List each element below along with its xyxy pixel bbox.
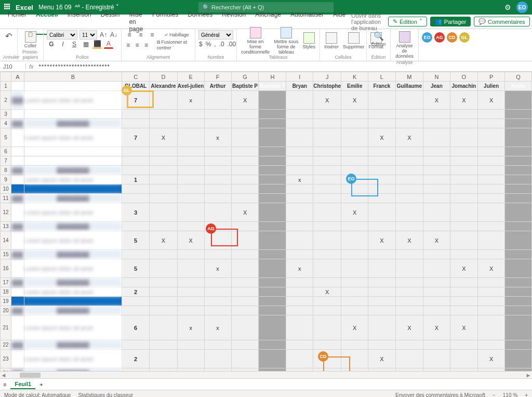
- cell[interactable]: [259, 175, 286, 184]
- table-header[interactable]: Arthur: [204, 82, 231, 91]
- tabs-menu-icon[interactable]: ≡: [3, 381, 6, 388]
- cell[interactable]: [313, 110, 341, 119]
- cell[interactable]: ███: [11, 194, 24, 203]
- cell[interactable]: [368, 119, 395, 128]
- cell[interactable]: [259, 315, 286, 340]
- cell[interactable]: [286, 315, 313, 340]
- cell[interactable]: [11, 175, 24, 184]
- row-header-15[interactable]: 15: [1, 250, 11, 259]
- cell[interactable]: [505, 203, 532, 222]
- cell[interactable]: [177, 156, 204, 166]
- cell[interactable]: [478, 315, 505, 340]
- shrink-font-icon[interactable]: A↓: [110, 30, 118, 39]
- cell[interactable]: [368, 175, 395, 184]
- cell[interactable]: ███: [11, 222, 24, 231]
- cell[interactable]: [450, 194, 477, 203]
- cell[interactable]: [423, 222, 450, 231]
- cell[interactable]: [177, 166, 204, 175]
- number-format-select[interactable]: Général: [198, 30, 233, 39]
- cell[interactable]: [478, 306, 505, 315]
- cell[interactable]: [313, 147, 341, 156]
- cell[interactable]: [231, 278, 259, 287]
- cell[interactable]: [150, 315, 178, 340]
- cell[interactable]: [478, 184, 505, 194]
- cell[interactable]: [505, 259, 532, 278]
- cell[interactable]: X: [478, 91, 505, 110]
- cell[interactable]: [450, 110, 477, 119]
- table-header[interactable]: Axel-julien: [177, 82, 204, 91]
- workbook-stats[interactable]: Statistiques du classeur: [78, 392, 133, 397]
- cell[interactable]: [368, 250, 395, 259]
- table-header[interactable]: Alexandre: [150, 82, 178, 91]
- cell[interactable]: [313, 128, 341, 147]
- cell[interactable]: [341, 194, 368, 203]
- row-header-18[interactable]: 18: [1, 287, 11, 297]
- cell[interactable]: [286, 297, 313, 306]
- cell[interactable]: [395, 222, 423, 231]
- cell[interactable]: [341, 306, 368, 315]
- cell[interactable]: [395, 175, 423, 184]
- cell[interactable]: [450, 128, 477, 147]
- cell[interactable]: [313, 340, 341, 350]
- add-sheet-button[interactable]: +: [39, 381, 43, 388]
- cell[interactable]: [368, 340, 395, 350]
- cell[interactable]: [450, 250, 477, 259]
- cell[interactable]: [395, 119, 423, 128]
- cell[interactable]: [286, 231, 313, 250]
- row-header-21[interactable]: 21: [1, 315, 11, 340]
- cell[interactable]: ████████: [24, 278, 122, 287]
- analyze-data-button[interactable]: Analyse de données: [394, 30, 415, 60]
- cell[interactable]: x: [204, 259, 231, 278]
- cell[interactable]: [478, 119, 505, 128]
- align-left-icon[interactable]: ≡: [125, 41, 131, 50]
- cell[interactable]: [478, 147, 505, 156]
- cell[interactable]: [259, 231, 286, 250]
- cell[interactable]: [259, 297, 286, 306]
- cell[interactable]: [423, 350, 450, 368]
- cell[interactable]: [204, 350, 231, 368]
- border-button[interactable]: ▦: [81, 39, 90, 49]
- cell[interactable]: [122, 156, 150, 166]
- cell[interactable]: [231, 175, 259, 184]
- spreadsheet-grid[interactable]: ABCDEFGHIJKLMNOPQ1GLOBALAlexandreAxel-ju…: [0, 72, 532, 378]
- cell[interactable]: [259, 184, 286, 194]
- cell[interactable]: [395, 278, 423, 287]
- cell[interactable]: [177, 147, 204, 156]
- cell[interactable]: [177, 184, 204, 194]
- cell[interactable]: ███: [11, 306, 24, 315]
- cell[interactable]: [423, 175, 450, 184]
- col-header-K[interactable]: K: [341, 72, 368, 82]
- cell[interactable]: [150, 194, 178, 203]
- cell[interactable]: ████████: [24, 340, 122, 350]
- cell[interactable]: [177, 297, 204, 306]
- cell[interactable]: [286, 350, 313, 368]
- delete-cells-button[interactable]: Supprimer: [342, 31, 366, 50]
- cell[interactable]: [478, 194, 505, 203]
- row-header-3[interactable]: 3: [1, 110, 11, 119]
- cell[interactable]: [368, 156, 395, 166]
- col-header-A[interactable]: A: [11, 72, 24, 82]
- cell[interactable]: [341, 156, 368, 166]
- align-bot-icon[interactable]: ≡: [148, 30, 157, 39]
- cell[interactable]: [423, 287, 450, 297]
- cell[interactable]: [341, 250, 368, 259]
- cell[interactable]: [177, 250, 204, 259]
- zoom-in-button[interactable]: +: [525, 392, 528, 397]
- cell[interactable]: x: [204, 315, 231, 340]
- cell[interactable]: [395, 350, 423, 368]
- cell[interactable]: [286, 184, 313, 194]
- cell[interactable]: [286, 306, 313, 315]
- cell[interactable]: [231, 250, 259, 259]
- cell[interactable]: [11, 156, 24, 166]
- user-avatar[interactable]: EO: [516, 2, 528, 13]
- cell[interactable]: [313, 119, 341, 128]
- cell[interactable]: [368, 297, 395, 306]
- cell[interactable]: [286, 278, 313, 287]
- cell[interactable]: 3: [122, 203, 150, 222]
- cell[interactable]: ███: [11, 119, 24, 128]
- cell[interactable]: [122, 297, 150, 306]
- table-header[interactable]: Bryan: [286, 82, 313, 91]
- cell[interactable]: [341, 128, 368, 147]
- cell[interactable]: Lorem ipsum dolor sit amet: [24, 315, 122, 340]
- cell[interactable]: [505, 297, 532, 306]
